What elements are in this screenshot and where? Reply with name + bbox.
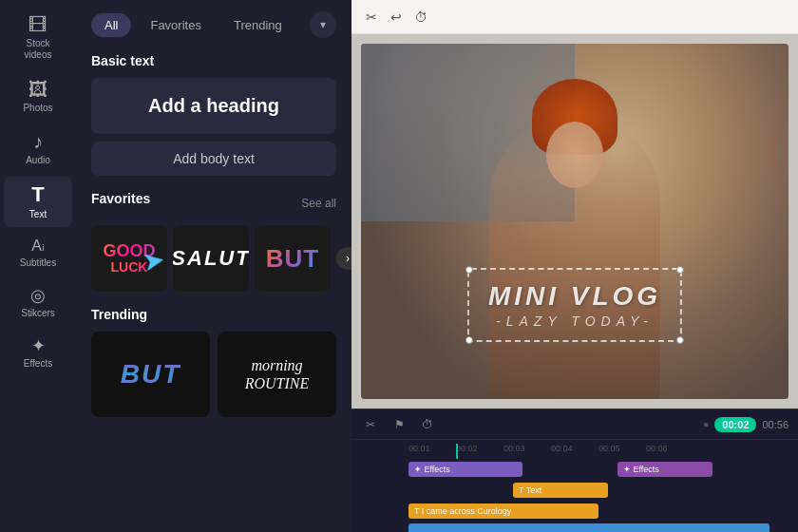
favorites-section: Favorites See all GOOD LUCK SALUT BUT › — [76, 183, 352, 299]
sidebar-item-label: Stikcers — [21, 308, 55, 318]
track-video-row — [352, 522, 798, 532]
toolbar-redo-icon[interactable]: ⏱ — [412, 9, 429, 26]
face — [546, 122, 603, 188]
total-time-label: 00:56 — [762, 419, 788, 430]
time-mark-4: 00:05 — [598, 444, 620, 453]
filter-dropdown-button[interactable]: ▾ — [310, 11, 336, 38]
but-trending-text: BUT — [121, 359, 181, 390]
sidebar-item-subtitles[interactable]: Aᵢ Subtitles — [4, 231, 72, 276]
favorites-header: Favorites See all — [91, 191, 336, 216]
sidebar-item-label: Stockvideos — [25, 38, 52, 61]
clip-video[interactable] — [408, 523, 770, 532]
stock-videos-icon: 🎞 — [28, 15, 48, 34]
filter-trending-button[interactable]: Trending — [220, 13, 295, 37]
timeline-toolbar: ✂ ⚑ ⏱ ● 00:02 00:56 — [352, 409, 798, 440]
clip-effects-1-label: ✦ Effects — [414, 465, 450, 474]
canvas-toolbar: ✂ ↩ ⏱ — [352, 0, 798, 34]
goodluck-top-text: GOOD — [103, 242, 155, 259]
timeline-time-display: ● 00:02 00:56 — [703, 417, 788, 432]
timeline-clock-button[interactable]: ⏱ — [418, 415, 437, 434]
see-all-link[interactable]: See all — [301, 197, 336, 210]
playhead[interactable] — [456, 444, 458, 459]
trending-section: Trending BUT morningROUTINE — [76, 299, 352, 425]
time-mark-1: 00:02 — [456, 444, 478, 453]
overlay-subtitle: -LAZY TODAY- — [488, 314, 661, 329]
filter-all-button[interactable]: All — [91, 13, 131, 37]
effects-icon: ✦ — [31, 337, 46, 354]
subtitles-icon: Aᵢ — [31, 238, 45, 254]
sidebar-item-photos[interactable]: 🖼 Photos — [4, 72, 72, 121]
timeline-tracks: 00:01 00:02 00:03 00:04 00:05 00:06 ✦ Ef… — [352, 440, 798, 532]
overlay-title: MINI VLOG — [488, 281, 661, 312]
current-time-badge: 00:02 — [714, 417, 756, 432]
photos-icon: 🖼 — [28, 80, 48, 99]
sidebar-item-audio[interactable]: ♪ Audio — [4, 124, 72, 173]
add-body-button[interactable]: Add body text — [91, 142, 336, 176]
sidebar-item-label: Audio — [26, 155, 50, 165]
canvas-container[interactable]: MINI VLOG -LAZY TODAY- — [352, 34, 798, 408]
text-icon: T — [31, 184, 44, 205]
trending-morning-item[interactable]: morningROUTINE — [218, 332, 336, 417]
toolbar-undo-icon[interactable]: ↩ — [388, 9, 405, 26]
basic-text-title: Basic text — [91, 53, 336, 68]
sidebar-item-text[interactable]: T Text — [4, 177, 72, 227]
clip-text-label: T Text — [519, 485, 542, 495]
trending-but-item[interactable]: BUT — [91, 332, 210, 417]
sidebar-item-label: Effects — [24, 358, 52, 369]
sidebar-item-label: Text — [29, 209, 47, 219]
sidebar-item-stock-videos[interactable]: 🎞 Stockvideos — [4, 8, 72, 68]
time-mark-3: 00:04 — [551, 444, 573, 453]
sticker-salut[interactable]: SALUT — [173, 225, 249, 292]
canvas-image: MINI VLOG -LAZY TODAY- — [361, 44, 788, 399]
salut-text: SALUT — [173, 246, 249, 271]
panel-filter-bar: All Favorites Trending ▾ — [76, 0, 352, 46]
sidebar-item-stickers[interactable]: ◎ Stikcers — [4, 279, 72, 326]
track-effects-row: ✦ Effects ✦ Effects — [352, 459, 798, 480]
favorites-grid: GOOD LUCK SALUT BUT › — [91, 225, 336, 292]
canvas-text-overlay[interactable]: MINI VLOG -LAZY TODAY- — [467, 268, 682, 342]
sidebar-nav: 🎞 Stockvideos 🖼 Photos ♪ Audio T Text Aᵢ… — [0, 0, 76, 532]
audio-icon: ♪ — [33, 132, 43, 151]
timeline: ✂ ⚑ ⏱ ● 00:02 00:56 00:01 00:02 00:03 00… — [352, 408, 798, 532]
clip-effects-2-label: ✦ Effects — [623, 465, 659, 474]
track-curology-row: T I came across Curology — [352, 501, 798, 522]
time-ruler: 00:01 00:02 00:03 00:04 00:05 00:06 — [352, 444, 798, 459]
toolbar-cut-icon[interactable]: ✂ — [363, 9, 380, 26]
clip-effects-2[interactable]: ✦ Effects — [618, 462, 712, 477]
sidebar-item-label: Subtitles — [20, 257, 56, 268]
sticker-scroll-right-button[interactable]: › — [336, 247, 352, 270]
clip-effects-1[interactable]: ✦ Effects — [408, 462, 522, 477]
timeline-cut-button[interactable]: ✂ — [361, 415, 380, 434]
filter-favorites-button[interactable]: Favorites — [137, 13, 214, 37]
trending-title: Trending — [91, 307, 336, 322]
clip-curology[interactable]: T I came across Curology — [408, 504, 598, 519]
timeline-flag-button[interactable]: ⚑ — [390, 415, 408, 434]
time-mark-0: 00:01 — [408, 444, 430, 453]
trending-grid: BUT morningROUTINE — [91, 332, 336, 417]
text-panel: All Favorites Trending ▾ Basic text Add … — [76, 0, 352, 532]
add-heading-button[interactable]: Add a heading — [91, 78, 336, 134]
time-mark-2: 00:03 — [504, 444, 525, 453]
stickers-icon: ◎ — [30, 287, 46, 304]
basic-text-section: Basic text Add a heading Add body text — [76, 46, 352, 183]
handle-tl[interactable] — [466, 266, 473, 274]
sidebar-item-label: Photos — [23, 103, 52, 113]
clip-text-1[interactable]: T Text — [513, 483, 608, 498]
time-mark-5: 00:06 — [646, 444, 668, 453]
sticker-goodluck[interactable]: GOOD LUCK — [91, 225, 167, 292]
but-text: BUT — [266, 244, 319, 274]
favorites-title: Favorites — [91, 191, 150, 206]
goodluck-bottom-text: LUCK — [103, 259, 155, 275]
clip-curology-label: T I came across Curology — [414, 506, 511, 516]
track-text-row: T Text — [352, 480, 798, 501]
canvas-area: ✂ ↩ ⏱ — [352, 0, 798, 408]
handle-bl[interactable] — [466, 336, 473, 344]
main-area: ✂ ↩ ⏱ — [352, 0, 798, 532]
morning-routine-text: morningROUTINE — [245, 356, 310, 392]
sidebar-item-effects[interactable]: ✦ Effects — [4, 330, 72, 376]
sticker-but-favorites[interactable]: BUT — [255, 225, 331, 292]
